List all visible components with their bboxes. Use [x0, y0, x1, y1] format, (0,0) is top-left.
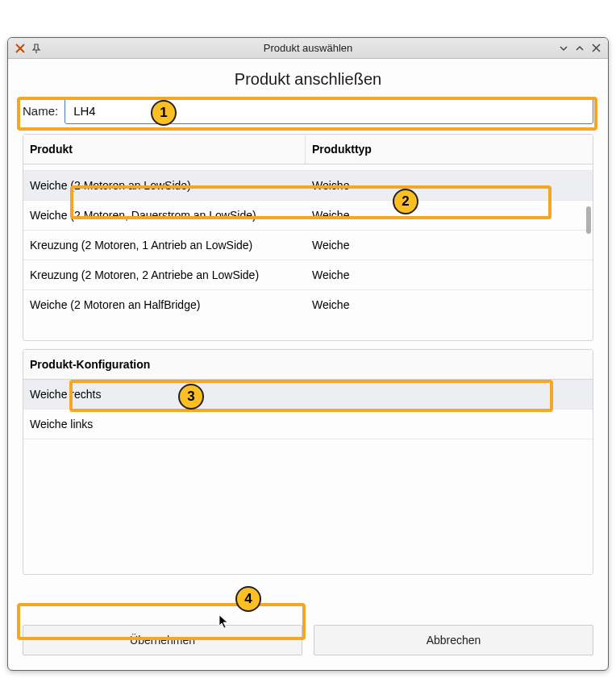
product-table: Produkt Produkttyp Weiche (2 Motoren an … — [23, 134, 593, 341]
name-row: Name: — [8, 97, 608, 134]
apply-button[interactable]: Übernehmen — [23, 625, 302, 655]
table-row[interactable]: Weiche (2 Motoren an HalfBridge) Weiche — [23, 290, 593, 319]
titlebar: Produkt auswählen — [8, 38, 608, 59]
col-type[interactable]: Produkttyp — [306, 135, 593, 164]
window-title: Produkt auswählen — [264, 42, 353, 54]
table-row[interactable]: Weiche (2 Motoren, Dauerstrom an LowSide… — [23, 201, 593, 231]
table-row[interactable] — [23, 164, 593, 171]
list-item[interactable]: Weiche rechts — [23, 380, 593, 410]
pin-icon[interactable] — [29, 41, 44, 56]
config-table: Produkt-Konfiguration Weiche rechts Weic… — [23, 349, 593, 575]
list-item[interactable]: Weiche links — [23, 410, 593, 439]
scrollbar-thumb[interactable] — [586, 206, 591, 234]
cancel-button[interactable]: Abbrechen — [314, 625, 593, 655]
table-row[interactable]: Weiche (2 Motoren an LowSide) Weiche — [23, 171, 593, 201]
maximize-icon[interactable] — [572, 41, 587, 56]
table-row[interactable]: Kreuzung (2 Motoren, 2 Antriebe an LowSi… — [23, 260, 593, 290]
table-row[interactable]: Kreuzung (2 Motoren, 1 Antrieb an LowSid… — [23, 231, 593, 260]
name-input[interactable] — [65, 97, 593, 124]
config-header: Produkt-Konfiguration — [23, 350, 593, 380]
name-label: Name: — [23, 104, 58, 118]
minimize-icon[interactable] — [556, 41, 571, 56]
close-icon[interactable] — [589, 41, 603, 56]
col-product[interactable]: Produkt — [23, 135, 306, 164]
dialog-heading: Produkt anschließen — [8, 70, 608, 89]
app-icon — [13, 41, 27, 56]
button-bar: Übernehmen Abbrechen — [8, 607, 608, 670]
dialog-window: Produkt auswählen Produkt anschließen Na… — [7, 37, 609, 671]
